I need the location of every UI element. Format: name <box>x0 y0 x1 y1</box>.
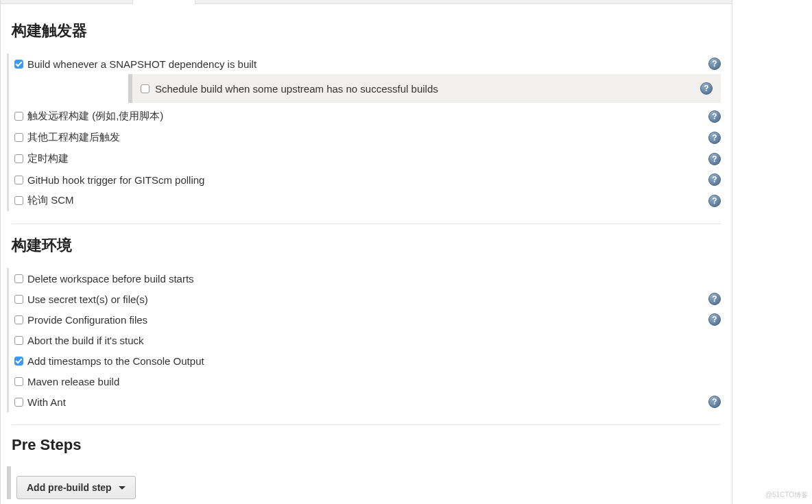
label-delete-ws[interactable]: Delete workspace before build starts <box>27 273 721 285</box>
label-timestamps[interactable]: Add timestamps to the Console Output <box>27 355 721 367</box>
section-heading-build-triggers: 构建触发器 <box>12 21 721 41</box>
label-config-files[interactable]: Provide Configuration files <box>27 314 703 326</box>
label-after-other[interactable]: 其他工程构建后触发 <box>27 131 703 144</box>
watermark: @51CTO博客 <box>765 490 808 500</box>
config-panel: 构建触发器 Build whenever a SNAPSHOT dependen… <box>0 0 732 504</box>
label-github-hook[interactable]: GitHub hook trigger for GITScm polling <box>27 174 703 186</box>
checkbox-config-files[interactable] <box>14 315 23 324</box>
help-icon[interactable]: ? <box>708 396 721 408</box>
help-icon[interactable]: ? <box>708 293 721 305</box>
checkbox-abort-stuck[interactable] <box>14 336 23 345</box>
option-with-ant: With Ant ? <box>12 392 721 412</box>
option-snapshot: Build whenever a SNAPSHOT dependency is … <box>12 53 721 74</box>
label-maven-release[interactable]: Maven release build <box>27 376 721 387</box>
option-remote: 触发远程构建 (例如,使用脚本) ? <box>12 106 721 127</box>
checkbox-maven-release[interactable] <box>14 377 23 386</box>
tab-active[interactable] <box>133 0 195 4</box>
chevron-down-icon <box>119 486 126 490</box>
checkbox-timestamps[interactable] <box>14 357 23 365</box>
label-with-ant[interactable]: With Ant <box>27 396 703 408</box>
help-icon[interactable]: ? <box>708 58 721 70</box>
option-schedule-upstream: Schedule build when some upstream has no… <box>128 74 721 103</box>
option-abort-stuck: Abort the build if it's stuck <box>12 330 721 350</box>
section-heading-pre-steps: Pre Steps <box>12 436 721 454</box>
pre-steps-block: Add pre-build step <box>7 466 136 499</box>
help-icon[interactable]: ? <box>708 313 721 326</box>
checkbox-schedule-upstream[interactable] <box>141 84 150 93</box>
checkbox-after-other[interactable] <box>14 133 23 142</box>
checkbox-with-ant[interactable] <box>14 398 23 407</box>
option-poll-scm: 轮询 SCM ? <box>12 190 721 211</box>
help-icon[interactable]: ? <box>708 110 721 123</box>
label-schedule-upstream[interactable]: Schedule build when some upstream has no… <box>155 83 695 95</box>
tab-inactive-right <box>195 0 732 3</box>
help-icon[interactable]: ? <box>708 173 721 186</box>
tab-inactive-left[interactable] <box>1 0 133 3</box>
checkbox-delete-ws[interactable] <box>14 274 23 283</box>
checkbox-snapshot[interactable] <box>14 60 23 69</box>
divider <box>12 224 721 224</box>
label-secret[interactable]: Use secret text(s) or file(s) <box>27 293 703 305</box>
content-area: 构建触发器 Build whenever a SNAPSHOT dependen… <box>1 4 732 504</box>
help-icon[interactable]: ? <box>708 195 721 207</box>
option-periodic: 定时构建 ? <box>12 148 721 169</box>
label-poll-scm[interactable]: 轮询 SCM <box>27 194 703 207</box>
checkbox-secret[interactable] <box>14 295 23 304</box>
divider <box>12 424 721 425</box>
option-delete-ws: Delete workspace before build starts <box>12 268 721 289</box>
help-icon[interactable]: ? <box>708 132 721 144</box>
checkbox-poll-scm[interactable] <box>14 196 23 205</box>
option-secret: Use secret text(s) or file(s) ? <box>12 289 721 309</box>
build-triggers-block: Build whenever a SNAPSHOT dependency is … <box>7 53 721 211</box>
option-github-hook: GitHub hook trigger for GITScm polling ? <box>12 169 721 190</box>
option-config-files: Provide Configuration files ? <box>12 309 721 330</box>
help-icon[interactable]: ? <box>708 153 721 165</box>
checkbox-remote[interactable] <box>14 112 23 121</box>
build-env-block: Delete workspace before build starts Use… <box>7 268 721 412</box>
checkbox-github-hook[interactable] <box>14 176 23 184</box>
label-snapshot[interactable]: Build whenever a SNAPSHOT dependency is … <box>27 58 703 70</box>
button-label: Add pre-build step <box>27 482 112 493</box>
option-timestamps: Add timestamps to the Console Output <box>12 350 721 371</box>
option-maven-release: Maven release build <box>12 371 721 392</box>
label-remote[interactable]: 触发远程构建 (例如,使用脚本) <box>27 110 703 123</box>
label-abort-stuck[interactable]: Abort the build if it's stuck <box>27 335 721 346</box>
label-periodic[interactable]: 定时构建 <box>27 152 703 165</box>
add-pre-build-step-button[interactable]: Add pre-build step <box>16 476 136 499</box>
checkbox-periodic[interactable] <box>14 154 23 163</box>
help-icon[interactable]: ? <box>700 82 713 95</box>
section-heading-build-env: 构建环境 <box>12 235 721 256</box>
option-after-other: 其他工程构建后触发 ? <box>12 127 721 148</box>
